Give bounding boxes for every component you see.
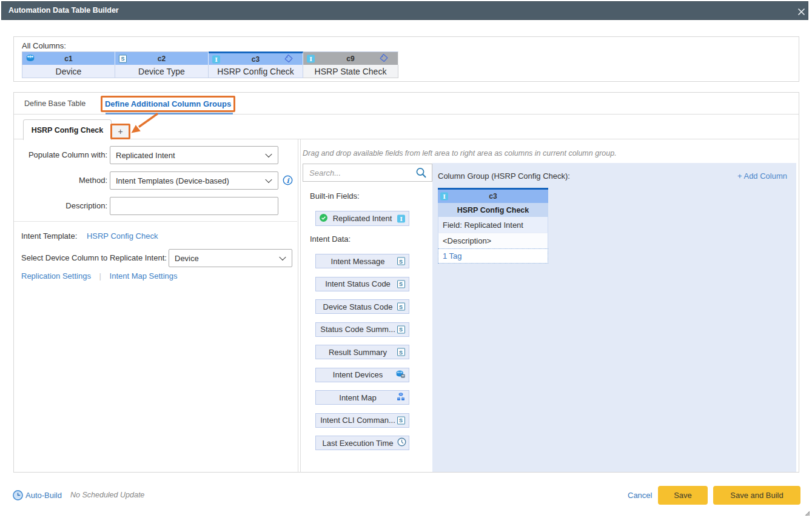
save-and-build-button[interactable]: Save and Build — [713, 486, 800, 505]
field-chip-intent-devices[interactable]: Intent Devices — [315, 368, 409, 382]
description-label: Description: — [14, 201, 107, 210]
card-header: I c3 — [438, 190, 548, 203]
device-column-label: Select Device Column to Replicate Intent… — [21, 253, 167, 262]
fields-divider — [300, 139, 301, 473]
save-button[interactable]: Save — [658, 486, 708, 505]
string-type-icon: S — [397, 325, 405, 333]
device-type-icon — [26, 54, 35, 64]
populate-column-label: Populate Column with: — [14, 150, 107, 159]
column-name: Device — [22, 65, 115, 78]
string-type-icon: S — [397, 348, 405, 356]
column-c3[interactable]: I c3 HSRP Config Check — [209, 51, 303, 78]
intent-template-row: Intent Template: HSRP Config Check — [21, 231, 158, 241]
dialog-title: Automation Data Table Builder — [8, 6, 119, 15]
group-tab-hsrp-config-check[interactable]: HSRP Config Check — [23, 119, 112, 140]
intent-type-icon: I — [307, 55, 315, 62]
active-tab-underline — [106, 113, 233, 115]
intent-map-settings-link[interactable]: Intent Map Settings — [110, 271, 178, 281]
close-icon[interactable] — [797, 8, 805, 16]
chevron-down-icon — [265, 151, 272, 158]
string-type-icon: S — [397, 303, 405, 311]
form-divider — [14, 221, 297, 222]
chevron-down-icon — [265, 176, 272, 183]
field-chip-device-status-code[interactable]: Device Status CodeS — [315, 299, 409, 314]
replication-settings-link[interactable]: Replication Settings — [21, 271, 91, 281]
content-divider — [14, 139, 799, 139]
populate-column-dropdown[interactable]: Replicated Intent — [110, 146, 278, 164]
column-id: c3 — [252, 55, 260, 64]
resize-grip-icon[interactable] — [804, 510, 810, 516]
search-placeholder: Search... — [309, 168, 341, 178]
field-chip-intent-cli-comman[interactable]: Intent CLI Comman...S — [315, 413, 409, 428]
column-name: HSRP Config Check — [209, 65, 303, 78]
column-id: c2 — [158, 55, 166, 63]
field-chip-last-execution-time[interactable]: Last Execution Time — [315, 436, 409, 450]
card-title: HSRP Config Check — [438, 203, 548, 217]
field-chip-intent-message[interactable]: Intent MessageS — [315, 254, 409, 268]
field-chip-result-summary[interactable]: Result SummaryS — [315, 345, 409, 359]
card-field: Field: Replicated Intent — [438, 217, 548, 233]
intent-data-label: Intent Data: — [310, 234, 351, 244]
method-label: Method: — [14, 176, 107, 185]
clock-icon — [13, 490, 23, 500]
cancel-button[interactable]: Cancel — [628, 491, 652, 500]
column-card[interactable]: I c3 HSRP Config Check Field: Replicated… — [438, 188, 548, 264]
search-icon — [415, 167, 427, 179]
tab-define-base-table[interactable]: Define Base Table — [24, 99, 86, 108]
intent-template-link[interactable]: HSRP Config Check — [87, 231, 158, 241]
add-group-button[interactable]: + — [110, 124, 130, 139]
column-id: c9 — [346, 55, 354, 63]
dialog-titlebar: Automation Data Table Builder — [1, 1, 808, 20]
add-column-button[interactable]: + Add Column — [737, 171, 787, 181]
column-id: c1 — [64, 55, 72, 63]
svg-text:i: i — [286, 177, 290, 185]
column-group-label: Column Group (HSRP Config Check): — [438, 171, 570, 181]
intent-template-label: Intent Template: — [21, 231, 77, 241]
map-icon — [397, 393, 405, 403]
all-columns-label: All Columns: — [22, 41, 66, 50]
column-name: HSRP State Check — [303, 65, 398, 78]
field-chip-intent-status-code[interactable]: Intent Status CodeS — [315, 277, 409, 291]
chevron-down-icon — [279, 254, 286, 261]
column-name: Device Type — [115, 65, 209, 78]
schedule-status: No Scheduled Update — [70, 491, 144, 499]
builtin-fields-label: Built-in Fields: — [310, 191, 360, 201]
field-chip-intent-map[interactable]: Intent Map — [315, 390, 409, 405]
column-c2[interactable]: S c2 Device Type — [115, 51, 209, 78]
card-tags[interactable]: 1 Tag — [438, 248, 548, 264]
auto-build-link[interactable]: Auto-Build — [25, 491, 62, 500]
check-icon — [320, 214, 327, 224]
device-column-dropdown[interactable]: Device — [169, 249, 292, 267]
method-dropdown[interactable]: Intent Templates (Device-based) — [110, 171, 278, 190]
description-input[interactable] — [110, 197, 278, 215]
drag-drop-hint: Drag and drop available fields from left… — [303, 149, 617, 158]
devices-icon — [396, 370, 405, 380]
all-columns-section: All Columns: c1 Device S c2 — [13, 36, 799, 82]
column-group-panel: Column Group (HSRP Config Check): + Add … — [432, 163, 796, 472]
all-columns-table: c1 Device S c2 Device Type I c3 — [22, 51, 398, 78]
string-type-icon: S — [397, 280, 405, 288]
tag-icon — [284, 54, 293, 64]
column-c9[interactable]: I c9 HSRP State Check — [303, 51, 398, 78]
intent-type-icon: I — [212, 55, 220, 63]
card-description: <Description> — [438, 233, 548, 248]
clock-icon — [397, 437, 406, 448]
settings-links: Replication Settings | Intent Map Settin… — [21, 271, 178, 281]
info-icon[interactable]: i — [283, 175, 293, 185]
field-chip-status-code-summ[interactable]: Status Code Summ...S — [315, 322, 409, 337]
string-type-icon: S — [397, 257, 405, 265]
column-c1[interactable]: c1 Device — [22, 51, 115, 78]
intent-type-icon: I — [397, 214, 405, 222]
search-box[interactable]: Search... — [303, 164, 432, 182]
tab-define-additional-column-groups[interactable]: Define Additional Column Groups — [101, 96, 235, 112]
string-type-icon: S — [397, 416, 405, 424]
panel-divider — [298, 139, 298, 473]
string-type-icon: S — [119, 55, 127, 62]
field-chip-replicated-intent[interactable]: Replicated Intent I — [315, 211, 409, 226]
tag-icon — [380, 53, 388, 64]
intent-type-icon: I — [440, 193, 448, 201]
